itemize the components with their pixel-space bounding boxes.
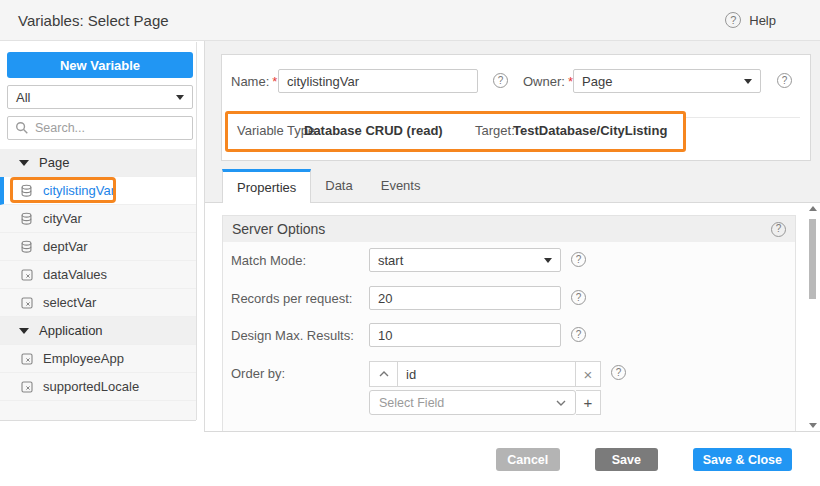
sort-direction-button[interactable] (369, 361, 398, 387)
chevron-down-icon (544, 258, 552, 263)
server-options-header: Server Options ? (223, 216, 795, 242)
database-variable-icon (20, 212, 34, 226)
tree-item-citylistingvar[interactable]: citylistingVar (0, 177, 196, 205)
match-mode-row: Match Mode: start ? (231, 248, 586, 272)
design-max-results-label: Design Max. Results: (231, 323, 369, 347)
design-max-results-input[interactable] (369, 323, 561, 347)
tree-filler (0, 401, 196, 420)
scroll-up-arrow-icon[interactable] (809, 206, 817, 211)
collapse-arrow-icon (19, 160, 29, 166)
save-and-close-button[interactable]: Save & Close (693, 448, 792, 471)
help-circle-icon: ? (725, 12, 741, 28)
owner-value: Page (582, 74, 612, 89)
tree-section-application[interactable]: Application (0, 317, 196, 345)
order-by-group: × Select Field + (369, 361, 601, 415)
model-variable-icon (20, 268, 34, 282)
order-by-add-row: Select Field + (369, 390, 601, 415)
owner-select[interactable]: Page (573, 69, 761, 93)
tree-item-datavalues[interactable]: dataValues (0, 261, 196, 289)
select-field-dropdown[interactable]: Select Field (369, 390, 576, 415)
name-label: Name:* (231, 74, 277, 89)
variable-summary-card: Name:* ? Owner:* Page ? Variable Type: D… (221, 54, 811, 161)
order-by-field-input[interactable] (398, 361, 576, 387)
design-max-results-row: Design Max. Results: ? (231, 323, 586, 347)
chevron-down-icon (744, 79, 752, 84)
target-label: Target: (475, 123, 515, 138)
tree-item-supportedlocale[interactable]: supportedLocale (0, 373, 196, 401)
variables-tree: Page citylistingVar cityVar deptVar (0, 149, 196, 421)
tree-item-selectvar[interactable]: selectVar (0, 289, 196, 317)
scrollbar-thumb[interactable] (809, 219, 816, 299)
vertical-scrollbar[interactable] (808, 206, 818, 428)
add-order-field-button[interactable]: + (576, 390, 601, 415)
variable-filter-select[interactable]: All (7, 85, 193, 109)
order-by-row: Order by: × Select Field (231, 361, 626, 415)
database-variable-icon (20, 240, 34, 254)
model-variable-icon (20, 380, 34, 394)
variables-dialog: Variables: Select Page ? Help New Variab… (0, 0, 820, 486)
footer-buttons: Cancel Save Save & Close (496, 448, 792, 471)
properties-tab-content: Server Options ? Match Mode: start ? Rec… (205, 203, 820, 431)
tab-events[interactable]: Events (367, 169, 435, 202)
target-value: TestDatabase/CityListing (513, 123, 667, 138)
match-mode-select[interactable]: start (369, 248, 561, 272)
database-variable-icon (20, 184, 34, 198)
scroll-down-arrow-icon[interactable] (809, 423, 817, 428)
model-variable-icon (20, 296, 34, 310)
page-title: Variables: Select Page (18, 0, 169, 41)
server-options-title: Server Options (232, 221, 771, 237)
variable-filter-value: All (16, 90, 30, 105)
model-variable-icon (20, 352, 34, 366)
tree-item-cityvar[interactable]: cityVar (0, 205, 196, 233)
tab-properties[interactable]: Properties (222, 169, 311, 203)
help-button[interactable]: ? Help (725, 12, 776, 28)
dialog-footer: Cancel Save Save & Close (0, 432, 820, 486)
owner-label: Owner:* (523, 74, 573, 89)
collapse-arrow-icon (19, 328, 29, 334)
owner-help-icon[interactable]: ? (777, 73, 792, 88)
records-per-request-help-icon[interactable]: ? (571, 290, 586, 305)
match-mode-help-icon[interactable]: ? (571, 252, 586, 267)
variable-editor: Name:* ? Owner:* Page ? Variable Type: D… (204, 41, 820, 432)
records-per-request-row: Records per request: ? (231, 286, 586, 310)
order-by-entry: × (369, 361, 601, 387)
required-asterisk: * (272, 74, 277, 89)
tree-section-page[interactable]: Page (0, 149, 196, 177)
name-input[interactable] (278, 69, 478, 93)
select-field-placeholder: Select Field (379, 396, 556, 410)
remove-order-field-button[interactable]: × (576, 361, 601, 387)
search-box (7, 116, 193, 140)
server-options-help-icon[interactable]: ? (771, 222, 786, 237)
records-per-request-label: Records per request: (231, 286, 369, 310)
save-button[interactable]: Save (595, 448, 658, 471)
chevron-up-icon (379, 371, 389, 377)
editor-tabs: Properties Data Events (205, 169, 820, 203)
order-by-label: Order by: (231, 361, 369, 415)
order-by-help-icon[interactable]: ? (611, 365, 626, 380)
new-variable-button[interactable]: New Variable (7, 52, 193, 78)
tree-item-employeeapp[interactable]: EmployeeApp (0, 345, 196, 373)
tree-item-deptvar[interactable]: deptVar (0, 233, 196, 261)
name-owner-row: Name:* ? Owner:* Page ? (231, 69, 804, 93)
dialog-header: Variables: Select Page ? Help (0, 0, 820, 41)
help-label: Help (749, 13, 776, 28)
chevron-down-icon (176, 95, 184, 100)
search-input[interactable] (35, 121, 196, 135)
design-max-results-help-icon[interactable]: ? (571, 327, 586, 342)
variable-type-highlight: Variable Type: Database CRUD (read) Targ… (225, 111, 686, 152)
name-help-icon[interactable]: ? (493, 73, 508, 88)
server-options-panel: Server Options ? Match Mode: start ? Rec… (222, 215, 796, 431)
records-per-request-input[interactable] (369, 286, 561, 310)
cancel-button[interactable]: Cancel (496, 448, 560, 471)
tab-data[interactable]: Data (311, 169, 366, 202)
search-icon (15, 121, 29, 135)
match-mode-label: Match Mode: (231, 248, 369, 272)
match-mode-value: start (378, 253, 403, 268)
variables-sidebar: New Variable All Page citylistingVar (0, 42, 197, 420)
chevron-down-icon (556, 400, 566, 406)
variable-type-value: Database CRUD (read) (304, 123, 443, 138)
